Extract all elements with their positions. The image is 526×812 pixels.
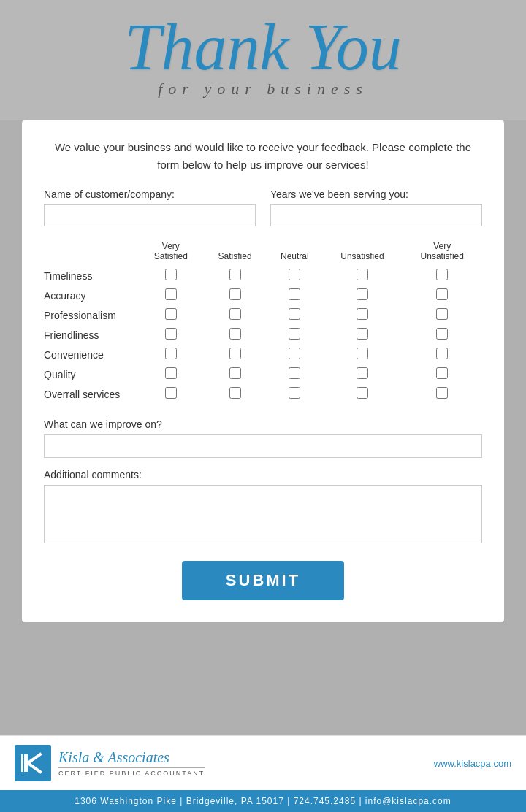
thank-you-title: Thank You [15, 11, 511, 83]
checkbox-5-2[interactable] [289, 367, 300, 379]
footer-website: www.kislacpa.com [434, 758, 511, 769]
comments-section: Additional comments: [44, 469, 482, 546]
col-header-neutral: Neutral [267, 241, 322, 266]
checkbox-0-3[interactable] [357, 269, 368, 280]
checkbox-2-2[interactable] [289, 308, 300, 320]
submit-button[interactable]: SUBMIT [182, 561, 344, 600]
checkbox-5-4[interactable] [436, 367, 448, 379]
top-fields-row: Name of customer/company: Years we've be… [44, 188, 482, 226]
checkbox-1-2[interactable] [289, 288, 300, 300]
checkbox-0-0[interactable] [165, 269, 177, 280]
col-header-satisfied: Satisfied [203, 241, 267, 266]
col-header-very-unsatisfied: VeryUnsatisfied [403, 241, 482, 266]
checkbox-6-1[interactable] [229, 387, 241, 399]
checkbox-1-4[interactable] [436, 288, 448, 300]
checkbox-0-2[interactable] [289, 269, 300, 280]
submit-wrapper: SUBMIT [44, 561, 482, 600]
checkbox-0-4[interactable] [436, 269, 448, 280]
checkbox-0-1[interactable] [229, 269, 241, 280]
rating-row-label-0: Timeliness [44, 266, 139, 286]
checkbox-3-3[interactable] [357, 328, 368, 340]
checkbox-5-1[interactable] [229, 367, 241, 379]
checkbox-6-2[interactable] [289, 387, 300, 399]
checkbox-1-1[interactable] [229, 288, 241, 300]
company-name-block: Kisla & Associates Certified Public Acco… [58, 749, 205, 777]
logo-icon [15, 745, 51, 781]
checkbox-5-3[interactable] [357, 367, 368, 379]
rating-row-label-6: Overrall services [44, 384, 139, 404]
checkbox-5-0[interactable] [165, 367, 177, 379]
rating-row-label-5: Quality [44, 364, 139, 384]
years-input[interactable] [270, 204, 482, 226]
checkbox-6-4[interactable] [436, 387, 448, 399]
rating-row-label-1: Accuracy [44, 286, 139, 305]
customer-label: Name of customer/company: [44, 188, 256, 200]
col-header-very-satisfied: VerySatisfied [139, 241, 203, 266]
years-label: Years we've been serving you: [270, 188, 482, 200]
company-subtitle: Certified Public Accountant [58, 767, 205, 777]
header-subtitle: for your business [15, 80, 511, 99]
checkbox-2-4[interactable] [436, 308, 448, 320]
intro-text: We value your business and would like to… [44, 139, 482, 174]
form-card: We value your business and would like to… [22, 120, 504, 622]
improve-input[interactable] [44, 434, 482, 458]
comments-label: Additional comments: [44, 469, 482, 480]
header-section: Thank You for your business [0, 0, 526, 120]
footer-bottom: 1306 Washington Pike | Bridgeville, PA 1… [0, 790, 526, 812]
rating-row-label-3: Friendliness [44, 325, 139, 345]
checkbox-3-2[interactable] [289, 328, 300, 340]
company-name: Kisla & Associates [58, 749, 205, 766]
rating-row-label-4: Convenience [44, 345, 139, 364]
rating-section: VerySatisfied Satisfied Neutral Unsatisf… [44, 241, 482, 404]
checkbox-2-0[interactable] [165, 308, 177, 320]
footer: Kisla & Associates Certified Public Acco… [0, 735, 526, 790]
col-header-empty [44, 241, 139, 266]
checkbox-6-3[interactable] [357, 387, 368, 399]
checkbox-4-4[interactable] [436, 348, 448, 359]
checkbox-2-3[interactable] [357, 308, 368, 320]
checkbox-4-3[interactable] [357, 348, 368, 359]
checkbox-6-0[interactable] [165, 387, 177, 399]
checkbox-2-1[interactable] [229, 308, 241, 320]
col-header-unsatisfied: Unsatisfied [322, 241, 402, 266]
comments-textarea[interactable] [44, 485, 482, 543]
checkbox-3-1[interactable] [229, 328, 241, 340]
footer-logo: Kisla & Associates Certified Public Acco… [15, 745, 205, 781]
improve-label: What can we improve on? [44, 418, 482, 430]
footer-address: 1306 Washington Pike | Bridgeville, PA 1… [75, 796, 451, 806]
logo-svg [18, 748, 47, 778]
customer-input[interactable] [44, 204, 256, 226]
rating-row-label-2: Professionalism [44, 305, 139, 325]
checkbox-1-3[interactable] [357, 288, 368, 300]
checkbox-3-4[interactable] [436, 328, 448, 340]
checkbox-1-0[interactable] [165, 288, 177, 300]
rating-table: VerySatisfied Satisfied Neutral Unsatisf… [44, 241, 482, 404]
customer-field-group: Name of customer/company: [44, 188, 256, 226]
checkbox-3-0[interactable] [165, 328, 177, 340]
checkbox-4-2[interactable] [289, 348, 300, 359]
years-field-group: Years we've been serving you: [270, 188, 482, 226]
checkbox-4-0[interactable] [165, 348, 177, 359]
improve-section: What can we improve on? [44, 418, 482, 458]
svg-rect-4 [21, 754, 23, 772]
checkbox-4-1[interactable] [229, 348, 241, 359]
